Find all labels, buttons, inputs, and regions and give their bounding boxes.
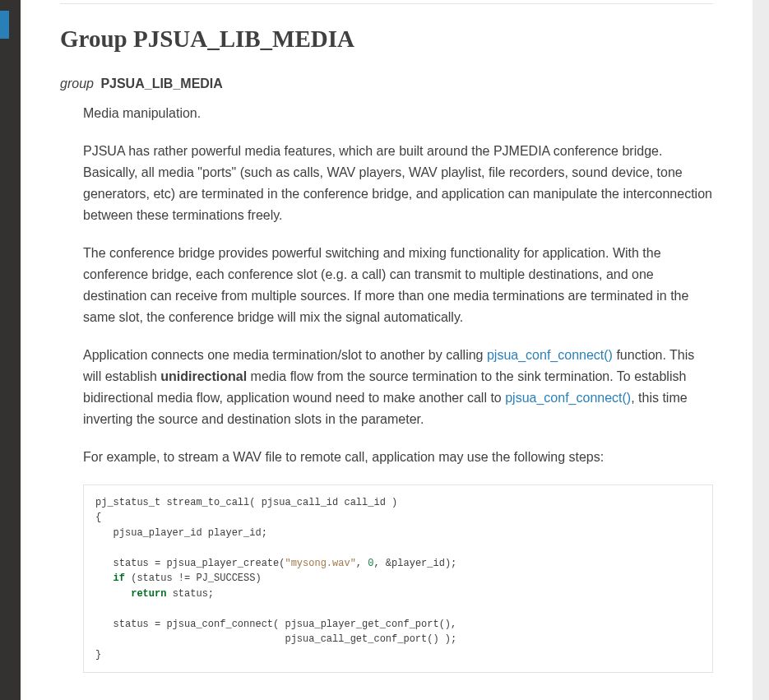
signature-keyword: group [60,76,94,90]
code-line-10: pjsua_call_get_conf_port() ); [95,633,456,645]
page-title: Group PJSUA_LIB_MEDIA [60,24,713,55]
paragraph-1: PJSUA has rather powerful media features… [83,141,713,226]
code-line-6b: (status != PJ_SUCCESS) [125,573,262,584]
group-signature: group PJSUA_LIB_MEDIA [60,76,713,91]
code-line-7b: status; [166,588,214,600]
code-line-3: pjsua_player_id player_id; [95,527,267,539]
code-line-5c: , &player_id); [373,558,456,569]
sidebar-active-marker [0,11,9,39]
link-pjsua-conf-connect-1[interactable]: pjsua_conf_connect() [487,348,613,362]
code-line-5b: , [356,558,368,569]
short-description: Media manipulation. [83,103,713,124]
paragraph-2: The conference bridge provides powerful … [83,243,713,328]
main-content: Group PJSUA_LIB_MEDIA group PJSUA_LIB_ME… [21,0,753,673]
paragraph-3: Application connects one media terminati… [83,345,713,430]
link-pjsua-conf-connect-2[interactable]: pjsua_conf_connect() [505,391,631,405]
section-divider [60,3,713,4]
code-line-7a [95,588,131,600]
code-block: pj_status_t stream_to_call( pjsua_call_i… [83,484,713,674]
code-line-11: } [95,649,101,661]
paragraph-4: For example, to stream a WAV file to rem… [83,447,713,468]
right-background [753,0,769,700]
code-line-2: { [95,512,101,523]
code-string-literal: "mysong.wav" [285,558,355,569]
sidebar-strip [0,0,21,700]
code-line-9: status = pjsua_conf_connect( pjsua_playe… [95,619,456,630]
description-block: Media manipulation. PJSUA has rather pow… [60,103,713,674]
code-line-1: pj_status_t stream_to_call( pjsua_call_i… [95,497,397,508]
paragraph-3-seg-a: Application connects one media terminati… [83,348,487,362]
code-line-6a [95,573,113,584]
code-keyword-if: if [113,573,125,584]
code-line-5a: status = pjsua_player_create( [95,558,285,569]
signature-name: PJSUA_LIB_MEDIA [100,76,222,90]
paragraph-3-bold: unidirectional [160,369,247,383]
code-keyword-return: return [131,588,166,600]
